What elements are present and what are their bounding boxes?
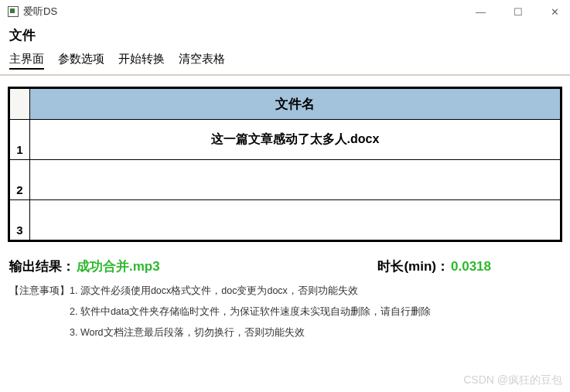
- note-item: 2. 软件中data文件夹存储临时文件，为保证软件速度未实现自动删除，请自行删除: [70, 305, 561, 319]
- note-item: 3. Word文档注意最后段落，切勿换行，否则功能失效: [70, 326, 561, 339]
- minimize-button[interactable]: —: [473, 3, 489, 21]
- section-title: 文件: [0, 23, 570, 49]
- filename-cell: [30, 200, 561, 240]
- duration-label: 时长(min)：: [377, 257, 449, 275]
- menu-options[interactable]: 参数选项: [58, 52, 104, 70]
- menu-main[interactable]: 主界面: [9, 52, 44, 70]
- menu-convert[interactable]: 开始转换: [118, 52, 165, 70]
- app-icon: [8, 6, 19, 17]
- output-label: 输出结果：: [9, 257, 75, 275]
- row-number: 2: [10, 160, 30, 200]
- filename-cell: 这一篇文章感动了太多人.docx: [30, 120, 561, 160]
- table-row[interactable]: 3: [10, 200, 561, 240]
- table-row[interactable]: 1 这一篇文章感动了太多人.docx: [10, 120, 561, 160]
- notes-label: 【注意事项】: [9, 285, 70, 298]
- note-item: 1. 源文件必须使用docx格式文件，doc变更为docx，否则功能失效: [70, 285, 561, 298]
- rownum-header: [10, 89, 30, 120]
- table-row[interactable]: 2: [10, 160, 561, 200]
- watermark: CSDN @疯狂的豆包: [463, 373, 562, 387]
- maximize-button[interactable]: ☐: [510, 3, 526, 21]
- filename-cell: [30, 160, 561, 200]
- output-row: 输出结果： 成功合并.mp3 时长(min)： 0.0318: [0, 250, 570, 278]
- output-value: 成功合并.mp3: [77, 257, 160, 275]
- menubar: 主界面 参数选项 开始转换 清空表格: [0, 49, 570, 76]
- file-table-container: 文件名 1 这一篇文章感动了太多人.docx 2 3: [8, 87, 562, 242]
- titlebar: 爱听DS — ☐ ✕: [0, 0, 570, 23]
- notes-section: 【注意事项】 1. 源文件必须使用docx格式文件，doc变更为docx，否则功…: [0, 278, 570, 339]
- close-button[interactable]: ✕: [548, 3, 562, 21]
- menu-clear[interactable]: 清空表格: [179, 52, 225, 70]
- file-table: 文件名 1 这一篇文章感动了太多人.docx 2 3: [9, 88, 561, 240]
- window-controls: — ☐ ✕: [473, 3, 562, 21]
- row-number: 3: [10, 200, 30, 240]
- row-number: 1: [10, 120, 30, 160]
- duration-value: 0.0318: [451, 259, 491, 274]
- app-title: 爱听DS: [23, 5, 57, 19]
- filename-header: 文件名: [30, 89, 561, 120]
